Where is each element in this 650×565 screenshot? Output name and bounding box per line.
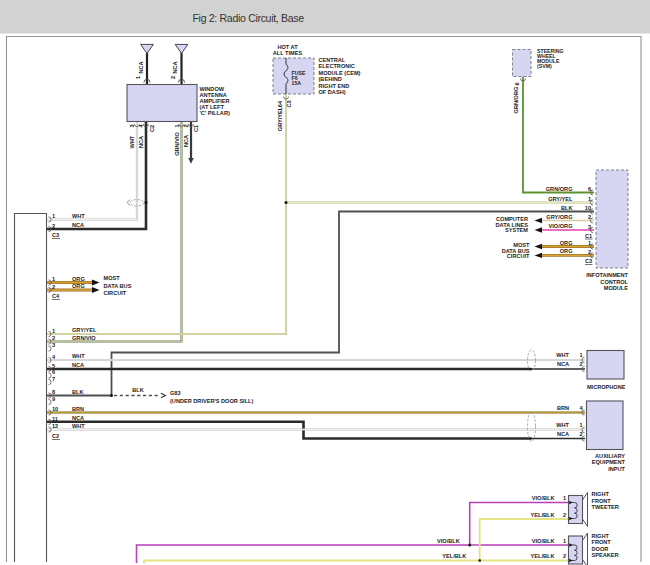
svg-text:(BEHIND: (BEHIND bbox=[319, 76, 342, 82]
svg-text:C4: C4 bbox=[52, 293, 60, 299]
svg-text:WHT: WHT bbox=[129, 135, 135, 148]
svg-text:GRY/YEL: GRY/YEL bbox=[72, 327, 97, 333]
svg-text:MICROPHONE: MICROPHONE bbox=[587, 384, 626, 390]
svg-text:CIRCUIT: CIRCUIT bbox=[104, 290, 127, 296]
svg-text:ORG: ORG bbox=[560, 248, 573, 254]
svg-text:EQUIPMENT: EQUIPMENT bbox=[592, 459, 626, 465]
svg-text:VIO/ORG: VIO/ORG bbox=[549, 223, 573, 229]
svg-text:G83: G83 bbox=[170, 390, 181, 396]
svg-text:'C' PILLAR): 'C' PILLAR) bbox=[200, 110, 230, 116]
svg-text:NCA: NCA bbox=[72, 415, 84, 421]
svg-text:YEL/BLK: YEL/BLK bbox=[442, 553, 466, 559]
svg-text:1: 1 bbox=[563, 495, 566, 501]
svg-text:YEL/BLK: YEL/BLK bbox=[531, 553, 555, 559]
svg-text:WHT: WHT bbox=[556, 352, 569, 358]
svg-text:3: 3 bbox=[129, 124, 135, 127]
svg-text:MOST: MOST bbox=[104, 275, 121, 281]
svg-text:GRN/VIO: GRN/VIO bbox=[174, 132, 180, 156]
svg-text:NCA: NCA bbox=[138, 61, 144, 73]
svg-text:2: 2 bbox=[52, 284, 55, 290]
svg-text:ELECTRONIC: ELECTRONIC bbox=[319, 63, 355, 69]
svg-text:WHT: WHT bbox=[72, 213, 85, 219]
svg-text:INPUT: INPUT bbox=[608, 466, 625, 472]
svg-text:1: 1 bbox=[135, 76, 141, 79]
svg-text:2: 2 bbox=[563, 512, 566, 518]
svg-text:WHT: WHT bbox=[72, 353, 85, 359]
svg-text:FRONT: FRONT bbox=[592, 498, 612, 504]
svg-text:VIO/BLK: VIO/BLK bbox=[532, 495, 555, 501]
svg-text:NCA: NCA bbox=[557, 361, 569, 367]
svg-text:AUXILIARY: AUXILIARY bbox=[595, 453, 625, 459]
svg-text:OF DASH): OF DASH) bbox=[319, 89, 346, 95]
svg-text:C1: C1 bbox=[193, 125, 199, 132]
svg-text:SPEAKER: SPEAKER bbox=[592, 552, 619, 558]
svg-text:2: 2 bbox=[579, 361, 582, 367]
svg-text:NCA: NCA bbox=[138, 136, 144, 148]
svg-text:2: 2 bbox=[588, 214, 591, 220]
svg-text:SYSTEM: SYSTEM bbox=[505, 227, 528, 233]
svg-text:4: 4 bbox=[52, 354, 56, 360]
svg-text:1: 1 bbox=[579, 352, 582, 358]
svg-text:WHT: WHT bbox=[556, 422, 569, 428]
svg-text:BRN: BRN bbox=[557, 405, 569, 411]
svg-text:C1: C1 bbox=[585, 233, 592, 239]
svg-text:ORG: ORG bbox=[72, 283, 85, 289]
svg-text:C3: C3 bbox=[585, 258, 592, 264]
svg-text:(SVM): (SVM) bbox=[537, 63, 552, 69]
svg-text:(UNDER DRIVER'S DOOR SILL): (UNDER DRIVER'S DOOR SILL) bbox=[170, 398, 254, 404]
svg-text:C2: C2 bbox=[52, 433, 59, 439]
svg-text:2: 2 bbox=[170, 76, 176, 79]
svg-text:CIRCUIT: CIRCUIT bbox=[507, 253, 530, 259]
svg-text:GRN/ORG: GRN/ORG bbox=[513, 87, 519, 114]
svg-text:C3: C3 bbox=[286, 100, 292, 107]
svg-text:INFOTAINMENT: INFOTAINMENT bbox=[586, 272, 628, 278]
svg-text:10: 10 bbox=[585, 205, 591, 211]
svg-text:3: 3 bbox=[588, 224, 591, 230]
svg-text:YEL/BLK: YEL/BLK bbox=[531, 512, 555, 518]
svg-text:C2: C2 bbox=[149, 125, 155, 132]
svg-text:ALL TIMES: ALL TIMES bbox=[273, 50, 303, 56]
svg-text:6: 6 bbox=[588, 186, 591, 192]
svg-text:6: 6 bbox=[52, 369, 55, 375]
svg-text:12: 12 bbox=[52, 423, 58, 429]
svg-text:GRY/YEL: GRY/YEL bbox=[277, 106, 283, 131]
svg-text:BLK: BLK bbox=[132, 387, 144, 393]
svg-text:RIGHT: RIGHT bbox=[592, 533, 610, 539]
svg-text:TWEETER: TWEETER bbox=[592, 504, 619, 510]
svg-text:1: 1 bbox=[588, 240, 591, 246]
svg-text:NCA: NCA bbox=[183, 135, 189, 147]
svg-text:GRN/VIO: GRN/VIO bbox=[72, 335, 96, 341]
svg-text:VIO/BLK: VIO/BLK bbox=[437, 538, 460, 544]
svg-text:GRN/ORG: GRN/ORG bbox=[546, 186, 573, 192]
svg-text:NCA: NCA bbox=[172, 61, 178, 73]
svg-text:2: 2 bbox=[52, 223, 55, 229]
svg-text:1: 1 bbox=[563, 538, 566, 544]
svg-text:GRY/ORG: GRY/ORG bbox=[546, 214, 572, 220]
svg-text:3: 3 bbox=[52, 342, 55, 348]
svg-text:WHT: WHT bbox=[72, 423, 85, 429]
svg-text:BRN: BRN bbox=[72, 406, 84, 412]
svg-text:6: 6 bbox=[514, 82, 520, 85]
svg-text:10: 10 bbox=[52, 406, 58, 412]
svg-text:1: 1 bbox=[52, 213, 55, 219]
svg-text:CONTROL: CONTROL bbox=[600, 279, 628, 285]
svg-text:VIO/BLK: VIO/BLK bbox=[532, 538, 555, 544]
svg-text:Fig 2: Radio Circuit, Base: Fig 2: Radio Circuit, Base bbox=[193, 12, 305, 24]
svg-text:5: 5 bbox=[52, 363, 55, 369]
svg-text:DATA BUS: DATA BUS bbox=[104, 283, 132, 289]
svg-text:NCA: NCA bbox=[72, 362, 84, 368]
svg-text:RIGHT END: RIGHT END bbox=[319, 83, 350, 89]
svg-text:MODULE: MODULE bbox=[604, 285, 629, 291]
svg-text:11: 11 bbox=[52, 416, 58, 422]
svg-text:FRONT: FRONT bbox=[592, 539, 612, 545]
svg-text:NCA: NCA bbox=[72, 222, 84, 228]
svg-text:1: 1 bbox=[174, 124, 180, 127]
svg-text:1: 1 bbox=[588, 196, 591, 202]
svg-text:2: 2 bbox=[588, 249, 591, 255]
svg-text:ORG: ORG bbox=[72, 276, 85, 282]
svg-text:64: 64 bbox=[277, 100, 283, 107]
svg-text:2: 2 bbox=[183, 124, 189, 127]
svg-text:2: 2 bbox=[579, 431, 582, 437]
svg-text:GRY/YEL: GRY/YEL bbox=[548, 196, 573, 202]
svg-text:2: 2 bbox=[563, 553, 566, 559]
